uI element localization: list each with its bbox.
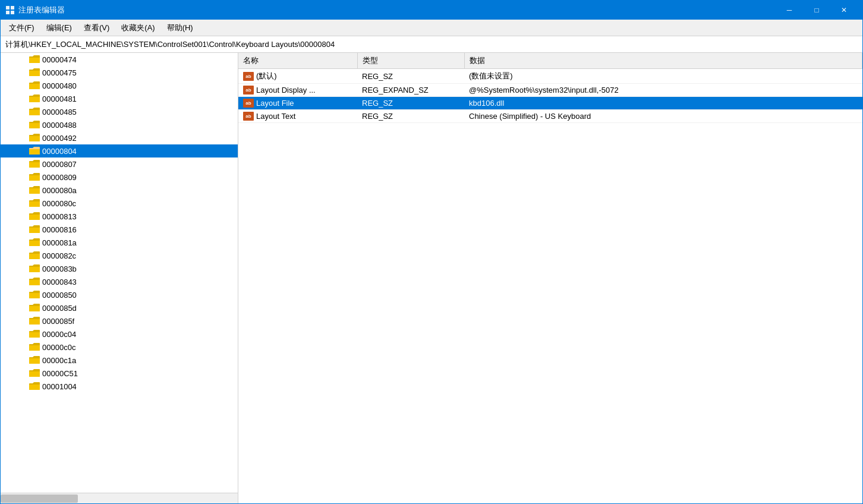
- tree-item-label: 00000485: [42, 108, 77, 116]
- tree-item-00000488[interactable]: 00000488: [1, 118, 238, 131]
- tree-item-00000813[interactable]: 00000813: [1, 210, 238, 223]
- tree-item-label: 0000083b: [42, 264, 77, 273]
- detail-table: 名称 类型 数据 ab (默认) REG_SZ (数值未设置) ab Layou…: [238, 53, 862, 503]
- cell-type: REG_SZ: [357, 97, 464, 110]
- registry-table: 名称 类型 数据 ab (默认) REG_SZ (数值未设置) ab Layou…: [238, 53, 862, 123]
- tree-item-label: 0000080a: [42, 186, 77, 195]
- svg-rect-0: [6, 6, 10, 10]
- tree-item-0000080c[interactable]: 0000080c: [1, 197, 238, 210]
- tree-panel: 00000474 00000475 00000480 00000481 0000…: [1, 53, 238, 503]
- tree-item-label: 0000085d: [42, 304, 77, 313]
- tree-item-label: 00000804: [42, 147, 77, 156]
- tree-item-00000481[interactable]: 00000481: [1, 92, 238, 105]
- cell-name: ab Layout Display ...: [238, 84, 357, 97]
- tree-item-00000480[interactable]: 00000480: [1, 79, 238, 92]
- tree-item-00000c04[interactable]: 00000c04: [1, 327, 238, 341]
- help-menu[interactable]: 帮助(H): [161, 20, 199, 36]
- tree-item-label: 00000488: [42, 121, 77, 130]
- svg-rect-3: [11, 11, 14, 14]
- cell-type: REG_SZ: [357, 69, 464, 84]
- tree-item-00000485[interactable]: 00000485: [1, 105, 238, 118]
- tree-item-label: 0000080c: [42, 199, 76, 208]
- tree-item-00000809[interactable]: 00000809: [1, 171, 238, 184]
- table-row[interactable]: ab Layout Text REG_SZ Chinese (Simplifie…: [238, 110, 862, 123]
- data-text: kbd106.dll: [469, 99, 504, 108]
- svg-rect-1: [11, 6, 14, 10]
- tree-item-label: 00001004: [42, 382, 77, 391]
- svg-rect-2: [6, 11, 10, 14]
- data-text: Chinese (Simplified) - US Keyboard: [469, 112, 591, 121]
- type-text: REG_SZ: [362, 72, 393, 81]
- table-row[interactable]: ab Layout File REG_SZ kbd106.dll: [238, 97, 862, 110]
- maximize-button[interactable]: □: [803, 1, 830, 20]
- tree-item-00000C51[interactable]: 00000C51: [1, 367, 238, 380]
- address-path: 计算机\HKEY_LOCAL_MACHINE\SYSTEM\ControlSet…: [5, 39, 335, 50]
- close-button[interactable]: ✕: [830, 1, 858, 20]
- tree-item-00000804[interactable]: 00000804: [1, 144, 238, 158]
- edit-menu[interactable]: 编辑(E): [40, 20, 78, 36]
- ab-icon: ab: [243, 86, 254, 94]
- tree-item-label: 00000c0c: [42, 343, 75, 352]
- table-row[interactable]: ab (默认) REG_SZ (数值未设置): [238, 69, 862, 84]
- tree-item-label: 00000809: [42, 173, 77, 182]
- cell-data: (数值未设置): [464, 69, 862, 84]
- ab-icon: ab: [243, 72, 254, 81]
- tree-item-label: 0000081a: [42, 238, 77, 247]
- registry-editor-window: 注册表编辑器 ─ □ ✕ 文件(F) 编辑(E) 查看(V) 收藏夹(A) 帮助…: [0, 0, 863, 504]
- tree-item-00000816[interactable]: 00000816: [1, 223, 238, 236]
- cell-name: ab Layout Text: [238, 110, 357, 123]
- tree-scroll[interactable]: 00000474 00000475 00000480 00000481 0000…: [1, 53, 238, 493]
- h-scroll-thumb[interactable]: [1, 494, 78, 503]
- ab-icon: ab: [243, 112, 254, 121]
- type-text: REG_EXPAND_SZ: [362, 86, 429, 94]
- window-controls: ─ □ ✕: [776, 1, 858, 20]
- type-text: REG_SZ: [362, 112, 393, 121]
- tree-item-00000c0c[interactable]: 00000c0c: [1, 341, 238, 354]
- tree-item-00000492[interactable]: 00000492: [1, 131, 238, 144]
- tree-item-label: 0000085f: [42, 317, 74, 326]
- col-type[interactable]: 类型: [357, 53, 464, 69]
- tree-item-label: 00000475: [42, 68, 77, 77]
- horizontal-scrollbar[interactable]: [1, 493, 238, 503]
- tree-item-label: 0000082c: [42, 251, 76, 260]
- title-bar: 注册表编辑器 ─ □ ✕: [1, 1, 862, 20]
- view-menu[interactable]: 查看(V): [78, 20, 115, 36]
- minimize-button[interactable]: ─: [776, 1, 803, 20]
- data-text: @%SystemRoot%\system32\input.dll,-5072: [469, 86, 619, 94]
- favorites-menu[interactable]: 收藏夹(A): [115, 20, 160, 36]
- main-content: 00000474 00000475 00000480 00000481 0000…: [1, 53, 862, 503]
- tree-item-00000475[interactable]: 00000475: [1, 66, 238, 79]
- tree-item-0000085d[interactable]: 0000085d: [1, 301, 238, 314]
- h-scroll-track[interactable]: [1, 493, 238, 504]
- tree-item-0000083b[interactable]: 0000083b: [1, 262, 238, 275]
- cell-type: REG_SZ: [357, 110, 464, 123]
- tree-item-00000474[interactable]: 00000474: [1, 53, 238, 66]
- tree-item-label: 00000492: [42, 134, 77, 143]
- file-menu[interactable]: 文件(F): [3, 20, 40, 36]
- data-text: (数值未设置): [469, 71, 513, 80]
- tree-item-00000807[interactable]: 00000807: [1, 158, 238, 171]
- tree-item-label: 00000474: [42, 55, 77, 64]
- table-row[interactable]: ab Layout Display ... REG_EXPAND_SZ @%Sy…: [238, 84, 862, 97]
- tree-item-00000843[interactable]: 00000843: [1, 275, 238, 288]
- cell-data: @%SystemRoot%\system32\input.dll,-5072: [464, 84, 862, 97]
- tree-item-label: 00000481: [42, 94, 77, 103]
- table-header: 名称 类型 数据: [238, 53, 862, 69]
- name-text: Layout Text: [256, 112, 295, 121]
- col-data[interactable]: 数据: [464, 53, 862, 69]
- cell-type: REG_EXPAND_SZ: [357, 84, 464, 97]
- tree-item-00001004[interactable]: 00001004: [1, 380, 238, 393]
- tree-item-00000c1a[interactable]: 00000c1a: [1, 354, 238, 367]
- tree-item-0000081a[interactable]: 0000081a: [1, 236, 238, 249]
- col-name[interactable]: 名称: [238, 53, 357, 69]
- detail-panel: 名称 类型 数据 ab (默认) REG_SZ (数值未设置) ab Layou…: [238, 53, 862, 503]
- table-body: ab (默认) REG_SZ (数值未设置) ab Layout Display…: [238, 69, 862, 123]
- tree-item-00000850[interactable]: 00000850: [1, 288, 238, 301]
- tree-item-0000085f[interactable]: 0000085f: [1, 314, 238, 327]
- tree-item-label: 00000480: [42, 81, 77, 90]
- tree-item-label: 00000c04: [42, 330, 76, 339]
- tree-item-0000080a[interactable]: 0000080a: [1, 184, 238, 197]
- tree-item-label: 00000c1a: [42, 356, 76, 365]
- tree-item-0000082c[interactable]: 0000082c: [1, 249, 238, 262]
- cell-data: Chinese (Simplified) - US Keyboard: [464, 110, 862, 123]
